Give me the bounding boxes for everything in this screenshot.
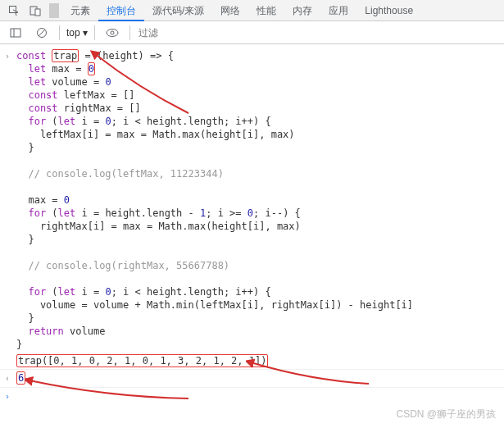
tab-performance[interactable]: 性能 xyxy=(248,0,284,21)
result-value: 6 xyxy=(16,371,25,385)
tab-network[interactable]: 网络 xyxy=(212,0,248,21)
console-toolbar: top ▾ xyxy=(0,21,504,44)
console-input-row: trap([0, 1, 0, 2, 1, 0, 1, 3, 2, 1, 2, 1… xyxy=(0,353,504,369)
separator xyxy=(94,25,95,40)
code-block: const trap = (height) => { let max = 0 l… xyxy=(16,49,413,351)
tab-console[interactable]: 控制台 xyxy=(98,0,144,21)
console-input-row: const trap = (height) => { let max = 0 l… xyxy=(0,48,504,353)
svg-rect-3 xyxy=(11,29,20,37)
live-expression-icon[interactable] xyxy=(102,22,123,43)
separator xyxy=(129,25,130,40)
inspect-icon[interactable] xyxy=(3,0,25,21)
separator xyxy=(49,3,59,18)
console-output-row: 6 xyxy=(0,369,504,387)
devtools-tabs: 元素 控制台 源代码/来源 网络 性能 内存 应用 Lighthouse xyxy=(0,0,504,21)
console-prompt-row[interactable] xyxy=(0,387,504,405)
tab-elements[interactable]: 元素 xyxy=(62,0,98,21)
filter-input[interactable] xyxy=(137,25,499,41)
svg-rect-0 xyxy=(10,6,16,12)
svg-point-8 xyxy=(111,31,114,34)
svg-point-7 xyxy=(107,29,118,36)
tab-application[interactable]: 应用 xyxy=(320,0,356,21)
input-marker-icon xyxy=(5,49,16,351)
spacer xyxy=(5,354,16,367)
svg-line-6 xyxy=(39,30,45,36)
result-highlight: 6 xyxy=(16,371,25,385)
tab-sources[interactable]: 源代码/来源 xyxy=(144,0,212,21)
chevron-down-icon: ▾ xyxy=(83,27,88,39)
prompt-marker-icon xyxy=(5,389,16,403)
context-selector[interactable]: top ▾ xyxy=(66,27,88,39)
sidebar-toggle-icon[interactable] xyxy=(5,22,26,43)
svg-rect-2 xyxy=(35,9,40,16)
tab-lighthouse[interactable]: Lighthouse xyxy=(356,0,421,21)
output-marker-icon xyxy=(5,371,16,385)
watermark: CSDN @狮子座的男孩 xyxy=(396,408,496,421)
call-highlight: trap([0, 1, 0, 2, 1, 0, 1, 3, 2, 1, 2, 1… xyxy=(16,354,268,367)
device-toggle-icon[interactable] xyxy=(25,0,46,21)
separator xyxy=(59,25,60,40)
trap-identifier: trap xyxy=(52,49,79,62)
console-body: const trap = (height) => { let max = 0 l… xyxy=(0,44,504,405)
context-label: top xyxy=(66,27,80,39)
tab-memory[interactable]: 内存 xyxy=(284,0,320,21)
call-expression: trap([0, 1, 0, 2, 1, 0, 1, 3, 2, 1, 2, 1… xyxy=(16,354,268,367)
clear-console-icon[interactable] xyxy=(31,22,52,43)
